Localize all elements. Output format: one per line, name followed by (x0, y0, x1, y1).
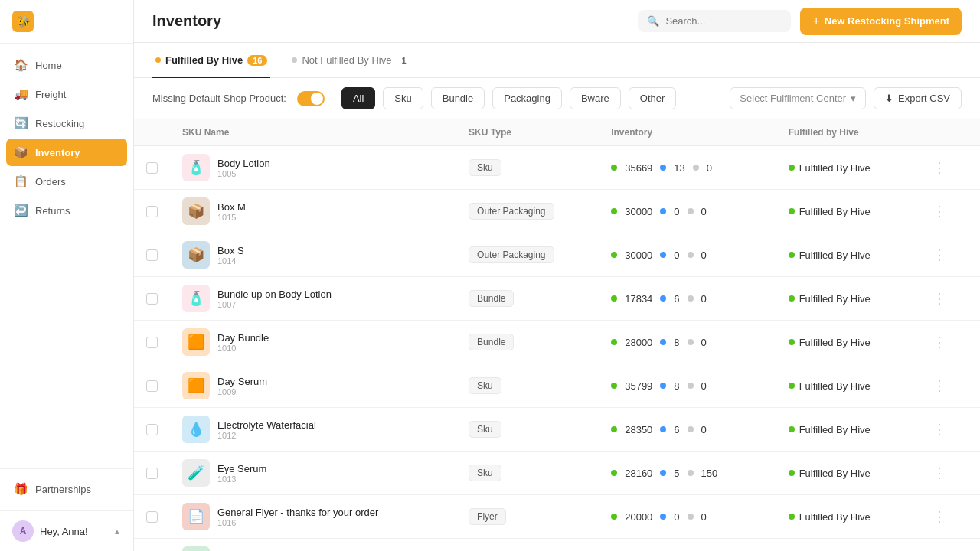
fulfilled-dot (789, 165, 795, 171)
sidebar-item-freight[interactable]: 🚚 Freight (6, 80, 127, 108)
product-thumbnail: 🧴 (182, 285, 210, 312)
fulfilled-dot (789, 383, 795, 389)
product-id: 1007 (217, 300, 332, 309)
tab-not-fulfilled-by-hive[interactable]: Not Fulfilled By Hive 1 (289, 44, 414, 78)
more-options-button[interactable]: ⋮ (926, 288, 952, 309)
product-thumbnail: 📦 (182, 197, 210, 225)
chevron-up-icon[interactable]: ▲ (113, 527, 121, 536)
table-header: SKU Name SKU Type Inventory Fulfilled by… (134, 119, 980, 146)
inv-green-val: 28160 (625, 468, 652, 479)
more-options-button[interactable]: ⋮ (926, 201, 952, 222)
filter-all[interactable]: All (341, 87, 375, 109)
row-inventory-cell: 30000 0 0 (599, 233, 776, 277)
col-inventory: Inventory (599, 119, 776, 146)
row-inventory-cell: 20000 0 0 (599, 495, 776, 539)
fulfilled-dot (789, 252, 795, 258)
row-checkbox[interactable] (146, 337, 158, 348)
sku-type-badge: Sku (469, 159, 501, 176)
fulfilled-text: Fulfilled By Hive (799, 162, 871, 174)
row-checkbox[interactable] (146, 162, 158, 174)
filter-bundle[interactable]: Bundle (431, 87, 485, 109)
table-row: 🧴 Body Lotion 1005 Sku 35669 13 0 (134, 146, 980, 190)
product-name: Box S (217, 245, 244, 256)
row-checkbox[interactable] (146, 511, 158, 523)
inv-blue-dot (660, 470, 666, 476)
more-options-button[interactable]: ⋮ (926, 244, 952, 266)
row-checkbox-cell (134, 539, 170, 552)
row-sku-type-cell: Sku (456, 452, 599, 495)
more-options-button[interactable]: ⋮ (926, 331, 952, 353)
new-shipment-label: New Restocking Shipment (825, 15, 949, 27)
product-thumbnail: 📦 (182, 241, 210, 269)
sidebar-item-partnerships[interactable]: 🎁 Partnerships (6, 475, 127, 503)
filter-other[interactable]: Other (629, 87, 677, 109)
row-inventory-cell: 17834 6 0 (599, 277, 776, 321)
export-button[interactable]: ⬇ Export CSV (874, 87, 962, 109)
row-checkbox[interactable] (146, 468, 158, 479)
inv-blue-dot (660, 426, 666, 432)
fulfillment-center-select[interactable]: Select Fulfilment Center ▾ (730, 87, 866, 109)
filter-packaging[interactable]: Packaging (492, 87, 562, 109)
new-shipment-button[interactable]: + New Restocking Shipment (800, 8, 962, 35)
inv-blue-dot (660, 295, 666, 302)
sidebar-item-orders[interactable]: 📋 Orders (6, 168, 127, 195)
fulfilled-dot (789, 470, 795, 476)
row-checkbox[interactable] (146, 249, 158, 261)
product-thumbnail: 🟧 (182, 328, 210, 356)
sidebar-item-label: Home (35, 60, 62, 71)
inv-green-dot (611, 295, 617, 302)
row-checkbox[interactable] (146, 206, 158, 217)
more-options-button[interactable]: ⋮ (926, 157, 952, 178)
product-id: 1013 (217, 474, 266, 484)
row-sku-type-cell: Sku (456, 364, 599, 408)
sku-type-badge: Sku (469, 377, 501, 394)
sidebar-logo: 🐝 (0, 0, 133, 44)
more-options-button[interactable]: ⋮ (926, 419, 952, 440)
row-fulfilled-cell: Fulfilled By Hive (776, 146, 915, 190)
missing-label: Missing Default Shop Product: (152, 93, 286, 104)
inv-gray-dot (688, 470, 694, 476)
inv-blue-val: 13 (674, 162, 684, 174)
inv-gray-dot (688, 426, 694, 432)
inv-gray-dot (688, 295, 694, 302)
table-body: 🧴 Body Lotion 1005 Sku 35669 13 0 (134, 146, 980, 552)
row-checkbox[interactable] (146, 293, 158, 305)
more-options-button[interactable]: ⋮ (926, 375, 952, 396)
returns-icon: ↩️ (14, 204, 28, 217)
row-actions-cell: ⋮ (914, 146, 980, 190)
inv-gray-val: 0 (701, 206, 707, 217)
table-row: 💧 Electrolyte Waterfacial 1012 Sku 28350… (134, 408, 980, 452)
sidebar-item-home[interactable]: 🏠 Home (6, 51, 127, 79)
fulfilled-text: Fulfilled By Hive (799, 380, 871, 392)
filter-sku[interactable]: Sku (383, 87, 423, 109)
inv-gray-dot (688, 252, 694, 258)
tab-fulfilled-by-hive[interactable]: Fulfilled By Hive 16 (152, 44, 270, 78)
fulfilled-text: Fulfilled By Hive (799, 249, 871, 261)
product-name: Eye Serum (217, 463, 266, 474)
inv-gray-dot (688, 514, 694, 520)
inv-green-dot (611, 426, 617, 432)
search-icon: 🔍 (647, 15, 659, 27)
row-checkbox-cell (134, 321, 170, 364)
more-options-button[interactable]: ⋮ (926, 506, 952, 527)
sidebar-item-label: Returns (35, 205, 70, 217)
partnerships-icon: 🎁 (14, 482, 28, 496)
avatar: A (12, 520, 34, 542)
row-checkbox[interactable] (146, 424, 158, 435)
table-row: 📄 General Flyer - thanks for your order … (134, 495, 980, 539)
search-input[interactable] (665, 15, 773, 27)
inv-green-dot (611, 339, 617, 345)
sidebar-item-returns[interactable]: ↩️ Returns (6, 197, 127, 224)
sidebar-item-restocking[interactable]: 🔄 Restocking (6, 109, 127, 137)
inv-blue-val: 0 (674, 249, 679, 261)
sidebar-item-inventory[interactable]: 📦 Inventory (6, 139, 127, 166)
product-id: 1014 (217, 256, 244, 266)
more-options-button[interactable]: ⋮ (926, 462, 952, 484)
toggle-missing[interactable] (297, 91, 325, 106)
inv-blue-dot (660, 208, 666, 214)
inv-green-dot (611, 208, 617, 214)
toggle-knob (311, 93, 323, 105)
search-box[interactable]: 🔍 (638, 10, 791, 32)
row-checkbox[interactable] (146, 380, 158, 392)
filter-bware[interactable]: Bware (570, 87, 621, 109)
